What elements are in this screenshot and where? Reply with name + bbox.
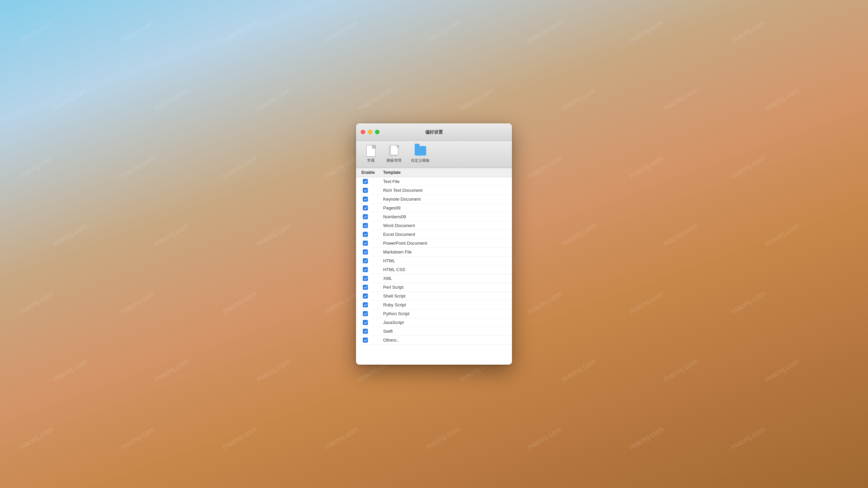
template-mgmt-icon	[388, 145, 400, 157]
checkbox[interactable]	[363, 258, 368, 263]
minimize-button[interactable]	[368, 130, 372, 134]
table-row[interactable]: Pages09	[356, 204, 512, 212]
template-label: HTML CSS	[383, 267, 512, 272]
checkbox[interactable]	[363, 205, 368, 210]
header-enable: Enable	[356, 170, 383, 175]
checkbox-cell	[356, 302, 383, 307]
checkbox[interactable]	[363, 197, 368, 202]
maximize-button[interactable]	[375, 130, 379, 134]
content-area: Enable Template Text File Rich Text Docu…	[356, 168, 512, 365]
template-label: Others..	[383, 338, 512, 343]
checkbox-cell	[356, 329, 383, 334]
template-label: Word Document	[383, 223, 512, 228]
checkbox[interactable]	[363, 338, 368, 343]
checkbox-cell	[356, 179, 383, 184]
checkbox-cell	[356, 232, 383, 237]
table-body: Text File Rich Text Document Keynote Doc…	[356, 177, 512, 345]
template-label: Perl Script	[383, 285, 512, 290]
checkbox[interactable]	[363, 320, 368, 325]
table-row[interactable]: Numbers09	[356, 212, 512, 221]
template-label: Shell Script	[383, 293, 512, 299]
template-label: Ruby Script	[383, 302, 512, 307]
custom-template-icon	[415, 145, 426, 157]
checkbox[interactable]	[363, 276, 368, 281]
template-label: XML	[383, 276, 512, 281]
checkbox-cell	[356, 214, 383, 219]
template-label: Rich Text Document	[383, 188, 512, 193]
template-label: Keynote Document	[383, 197, 512, 202]
template-label: JavaScript	[383, 320, 512, 325]
traffic-lights	[361, 130, 379, 134]
toolbar: 常规 模板管理 自定义模板	[356, 141, 512, 168]
checkbox[interactable]	[363, 329, 368, 334]
table-row[interactable]: Markdown File	[356, 248, 512, 257]
preferences-window: 偏好设置 常规 模板管理 自定义模板	[356, 123, 512, 365]
template-label: Numbers09	[383, 214, 512, 219]
template-label: Excel Document	[383, 232, 512, 237]
close-button[interactable]	[361, 130, 365, 134]
checkbox-cell	[356, 241, 383, 246]
checkbox[interactable]	[363, 249, 368, 255]
checkbox[interactable]	[363, 214, 368, 219]
toolbar-label-template-mgmt: 模板管理	[387, 158, 401, 163]
template-label: Text File	[383, 179, 512, 184]
toolbar-item-general[interactable]: 常规	[361, 144, 380, 164]
header-template: Template	[383, 170, 512, 175]
checkbox-cell	[356, 267, 383, 272]
table-row[interactable]: JavaScript	[356, 318, 512, 327]
checkbox[interactable]	[363, 188, 368, 193]
table-row[interactable]: Text File	[356, 177, 512, 186]
toolbar-item-template-mgmt[interactable]: 模板管理	[383, 144, 405, 164]
table-row[interactable]: Perl Script	[356, 283, 512, 292]
table-row[interactable]: HTML	[356, 257, 512, 265]
toolbar-item-custom-template[interactable]: 自定义模板	[408, 144, 433, 164]
checkbox-cell	[356, 197, 383, 202]
template-label: Pages09	[383, 205, 512, 210]
table-row[interactable]: XML	[356, 274, 512, 283]
table-row[interactable]: Swift	[356, 327, 512, 336]
table-row[interactable]: Rich Text Document	[356, 186, 512, 195]
table-row[interactable]: Word Document	[356, 221, 512, 230]
template-label: HTML	[383, 258, 512, 263]
checkbox-cell	[356, 276, 383, 281]
checkbox-cell	[356, 338, 383, 343]
toolbar-label-custom-template: 自定义模板	[411, 158, 430, 163]
checkbox-cell	[356, 320, 383, 325]
titlebar: 偏好设置	[356, 123, 512, 141]
checkbox-cell	[356, 188, 383, 193]
general-icon	[365, 145, 377, 157]
checkbox[interactable]	[363, 267, 368, 272]
checkbox-cell	[356, 285, 383, 290]
template-label: Swift	[383, 329, 512, 334]
checkbox[interactable]	[363, 179, 368, 184]
checkbox-cell	[356, 249, 383, 255]
checkbox[interactable]	[363, 223, 368, 228]
checkbox[interactable]	[363, 311, 368, 316]
table-row[interactable]: Excel Document	[356, 230, 512, 239]
template-label: PowerPoint Document	[383, 241, 512, 246]
table-row[interactable]: Python Script	[356, 309, 512, 318]
table-row[interactable]: HTML CSS	[356, 265, 512, 274]
template-label: Python Script	[383, 311, 512, 316]
table-row[interactable]: Keynote Document	[356, 195, 512, 204]
checkbox[interactable]	[363, 302, 368, 307]
checkbox[interactable]	[363, 241, 368, 246]
table-row[interactable]: Ruby Script	[356, 301, 512, 309]
checkbox-cell	[356, 205, 383, 210]
toolbar-label-general: 常规	[367, 158, 375, 163]
checkbox-cell	[356, 223, 383, 228]
checkbox[interactable]	[363, 232, 368, 237]
checkbox-cell	[356, 311, 383, 316]
checkbox[interactable]	[363, 285, 368, 290]
checkbox[interactable]	[363, 293, 368, 299]
table-row[interactable]: Others..	[356, 336, 512, 345]
checkbox-cell	[356, 258, 383, 263]
checkbox-cell	[356, 293, 383, 299]
table-header: Enable Template	[356, 168, 512, 177]
table-row[interactable]: PowerPoint Document	[356, 239, 512, 248]
window-title: 偏好设置	[425, 129, 443, 135]
table-row[interactable]: Shell Script	[356, 292, 512, 301]
template-label: Markdown File	[383, 249, 512, 255]
